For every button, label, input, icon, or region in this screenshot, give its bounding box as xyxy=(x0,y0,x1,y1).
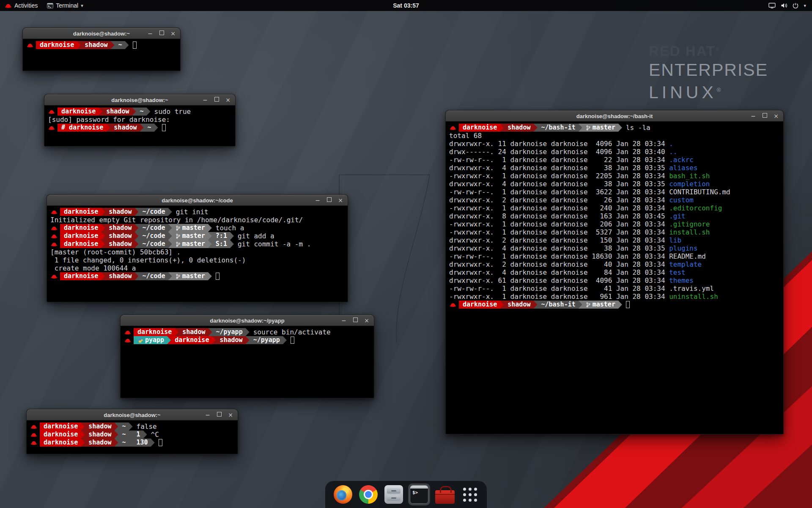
terminal-cursor[interactable] xyxy=(159,439,162,446)
titlebar[interactable]: darknoise@shadow:~ − × xyxy=(23,28,180,39)
window-title: darknoise@shadow:~/pyapp xyxy=(121,318,374,324)
dock-files[interactable] xyxy=(383,483,405,505)
maximize-button[interactable] xyxy=(159,28,164,39)
branch-icon xyxy=(176,233,180,239)
filename-dir: template xyxy=(669,260,702,268)
filename-exec: .gitignore xyxy=(669,220,710,228)
titlebar[interactable]: darknoise@shadow:~ − × xyxy=(44,94,235,105)
close-button[interactable]: × xyxy=(364,315,369,326)
output-line: drwxrwxr-x. 4 darknoise darknoise 38 Jan… xyxy=(449,180,780,188)
prompt-segment-git: master xyxy=(168,232,212,240)
minimize-button[interactable]: − xyxy=(148,28,153,39)
dock-chrome[interactable] xyxy=(357,483,379,505)
output-text: 1 file changed, 0 insertions(+), 0 delet… xyxy=(50,256,246,264)
output-text: -rw-rw-r--. 1 darknoise darknoise 3622 J… xyxy=(449,188,669,196)
maximize-button[interactable] xyxy=(353,315,358,326)
output-line: [sudo] password for darknoise: xyxy=(48,116,232,124)
output-text: -rwxrwxr-x. 1 darknoise darknoise 5327 J… xyxy=(449,228,669,236)
output-line: -rw-rw-r--. 1 darknoise darknoise 41 Jan… xyxy=(449,284,780,293)
maximize-button[interactable] xyxy=(326,195,332,206)
command-text: ^C xyxy=(151,431,159,439)
output-text: -rw-rw-r--. 1 darknoise darknoise 41 Jan… xyxy=(449,284,669,293)
close-button[interactable]: × xyxy=(225,94,230,105)
output-text: [sudo] password for darknoise: xyxy=(48,116,170,124)
terminal-window-code[interactable]: darknoise@shadow:~/code − × darknoisesha… xyxy=(47,194,348,302)
terminal-content[interactable]: darknoiseshadow~/codegit initInitialized… xyxy=(47,206,348,302)
terminal-content[interactable]: darknoiseshadow~falsedarknoiseshadow~1^C… xyxy=(27,420,238,454)
prompt-line: darknoiseshadow~/codemaster xyxy=(50,272,344,280)
prompt-segment-user: # darknoise xyxy=(58,124,110,132)
redhat-icon xyxy=(450,302,456,307)
titlebar[interactable]: darknoise@shadow:~ − × xyxy=(27,409,238,420)
maximize-button[interactable] xyxy=(214,94,219,105)
output-line: drwx------. 24 darknoise darknoise 4096 … xyxy=(449,148,780,156)
prompt-segment-path: ~/bash-it xyxy=(533,301,582,309)
output-text: drwxrwxr-x. 4 darknoise darknoise 38 Jan… xyxy=(449,164,669,172)
system-menu[interactable]: ▾ xyxy=(763,0,812,11)
terminal-cursor[interactable] xyxy=(291,337,294,344)
output-line: drwxrwxr-x. 2 darknoise darknoise 150 Ja… xyxy=(449,236,780,244)
prompt-segment-host: shadow xyxy=(175,328,212,336)
command-text: sudo true xyxy=(154,108,191,116)
terminal-window-pyapp[interactable]: darknoise@shadow:~/pyapp − × darknoisesh… xyxy=(120,315,374,398)
titlebar[interactable]: darknoise@shadow:~/code − × xyxy=(47,195,348,206)
output-text: drwxrwxr-x. 4 darknoise darknoise 38 Jan… xyxy=(449,180,669,188)
desktop: RED HAT® ENTERPRISE LINUX® darknoise@sha… xyxy=(0,0,812,508)
minimize-button[interactable]: − xyxy=(205,409,210,420)
dock-app-grid[interactable] xyxy=(460,484,480,505)
output-line: [master (root-commit) 50bcb63] . xyxy=(50,248,344,256)
maximize-button[interactable] xyxy=(762,110,767,121)
output-text: drwxrwxr-x. 2 darknoise darknoise 150 Ja… xyxy=(449,236,669,244)
terminal-content[interactable]: darknoiseshadow~/bash-itmasterls -latota… xyxy=(446,121,783,434)
prompt-segment-host: shadow xyxy=(81,422,118,431)
display-icon xyxy=(768,3,776,8)
close-button[interactable]: × xyxy=(228,409,233,420)
close-button[interactable]: × xyxy=(774,110,779,121)
clock[interactable]: Sat 03:57 xyxy=(0,2,812,9)
prompt-segment-host: shadow xyxy=(500,301,537,309)
terminal-content[interactable]: darknoiseshadow~ xyxy=(23,39,180,71)
terminal-cursor[interactable] xyxy=(216,273,219,280)
minimize-button[interactable]: − xyxy=(203,94,208,105)
output-line: drwxrwxr-x. 4 darknoise darknoise 38 Jan… xyxy=(449,244,780,252)
terminal-window-exit-codes[interactable]: darknoise@shadow:~ − × darknoiseshadow~f… xyxy=(26,409,238,454)
prompt-segment-host: shadow xyxy=(81,431,118,439)
close-button[interactable]: × xyxy=(170,28,176,39)
prompt-line: darknoiseshadow~/codemastertouch a xyxy=(50,224,344,232)
command-text: git add a xyxy=(238,232,274,240)
dock-firefox[interactable] xyxy=(332,483,354,505)
prompt-line: darknoiseshadow~/bash-itmasterls -la xyxy=(449,124,780,132)
prompt-line: darknoiseshadow~/bash-itmaster xyxy=(449,301,780,309)
prompt-line: darknoiseshadow~/codemasterS:1git commit… xyxy=(50,240,344,248)
prompt-segment-user: darknoise xyxy=(459,301,504,309)
prompt-segment-user: darknoise xyxy=(60,272,105,280)
terminal-window-sudo[interactable]: darknoise@shadow:~ − × darknoiseshadow~s… xyxy=(44,94,236,146)
prompt-segment-user: darknoise xyxy=(60,224,105,232)
redhat-icon xyxy=(30,440,37,445)
dock-toolbox[interactable] xyxy=(433,484,456,505)
output-text: .travis.yml xyxy=(669,284,714,293)
prompt-segment-host: shadow xyxy=(500,124,537,132)
output-text: -rwxrwxr-x. 1 darknoise darknoise 961 Ja… xyxy=(449,293,669,301)
terminal-content[interactable]: darknoiseshadow~sudo true[sudo] password… xyxy=(44,105,235,146)
output-line: 1 file changed, 0 insertions(+), 0 delet… xyxy=(50,256,344,264)
terminal-window-home-small[interactable]: darknoise@shadow:~ − × darknoiseshadow~ xyxy=(22,28,181,71)
terminal-content[interactable]: darknoiseshadow~/pyappsource bin/activat… xyxy=(121,326,374,398)
terminal-cursor[interactable] xyxy=(626,301,630,308)
prompt-segment-path: ~/bash-it xyxy=(533,124,582,132)
terminal-cursor[interactable] xyxy=(133,41,137,49)
maximize-button[interactable] xyxy=(217,409,222,420)
minimize-button[interactable]: − xyxy=(315,195,320,206)
output-text: Initialized empty Git repository in /hom… xyxy=(50,216,303,224)
titlebar[interactable]: darknoise@shadow:~/bash-it − × xyxy=(446,110,783,121)
output-line: drwxrwxr-x. 2 darknoise darknoise 40 Jan… xyxy=(449,260,780,268)
output-line: drwxrwxr-x. 2 darknoise darknoise 26 Jan… xyxy=(449,196,780,204)
terminal-window-bash-it[interactable]: darknoise@shadow:~/bash-it − × darknoise… xyxy=(445,110,784,434)
python-icon xyxy=(137,337,143,343)
minimize-button[interactable]: − xyxy=(751,110,756,121)
titlebar[interactable]: darknoise@shadow:~/pyapp − × xyxy=(121,315,374,326)
terminal-cursor[interactable] xyxy=(162,124,166,131)
minimize-button[interactable]: − xyxy=(341,315,346,326)
dock-terminal[interactable] xyxy=(408,483,430,505)
close-button[interactable]: × xyxy=(338,195,343,206)
